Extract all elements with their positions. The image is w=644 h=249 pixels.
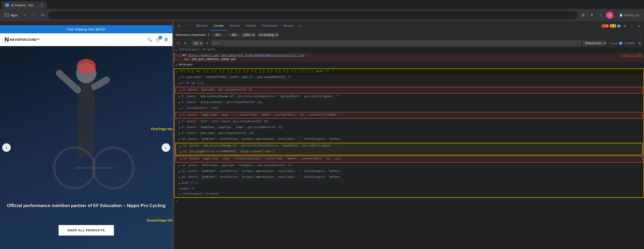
default-levels-select[interactable]: Default levels	[583, 41, 606, 46]
dimensions-dropdown-button[interactable]: ▼	[207, 33, 210, 36]
hidden-count: 8 hidden	[625, 42, 636, 45]
cta-button[interactable]: SHOP ALL PRODUCTS	[59, 225, 114, 236]
item-val-9: {event: 'gtm.load', gtm.uniqueEventId: 1…	[186, 131, 254, 135]
profile-button[interactable]: J	[606, 12, 613, 19]
item-key-1: 1:	[182, 81, 185, 85]
console-line-datalayer: ▶ dataLayer	[174, 62, 644, 68]
screen-cast-icon[interactable]: ⊞	[579, 12, 586, 19]
tab[interactable]: ⬡ (2) Projects - Acti... ×	[2, 1, 46, 9]
item-val-6: {event: 'page_view', page: '/', visitorT…	[188, 113, 342, 117]
item-expand-16[interactable]: ▶	[179, 176, 180, 180]
search-button[interactable]: 🔍	[147, 37, 152, 42]
back-button[interactable]: ←	[21, 12, 28, 19]
item-key-10: 10:	[182, 137, 186, 141]
console-item-14: ▶ 14: {event: 'OtherView', pageType: 'ca…	[174, 163, 644, 169]
inspect-element-button[interactable]: ⊡	[176, 23, 182, 29]
console-output[interactable]: ▶ [[Prototype]]: Array(0) ● ▶ GET https:…	[174, 47, 644, 249]
console-filter-input[interactable]	[211, 40, 581, 46]
item-expand-1[interactable]: ▶	[179, 82, 180, 86]
console-item-8: ▶ 8: {event: 'HomeView', pageType: 'home…	[174, 125, 644, 131]
second-page-view-label: Second Page View	[147, 218, 172, 222]
svg-line-3	[59, 73, 78, 90]
site-logo: N NEVERSECOND™	[4, 36, 40, 43]
address-bar[interactable]	[48, 11, 578, 19]
tab-elements[interactable]: Elements	[193, 21, 210, 31]
item-val-15: {event: 'gtmEvent', eventAction: 'produc…	[188, 169, 341, 173]
download-icon[interactable]: ⬇	[588, 12, 596, 19]
item-expand-2[interactable]: ▶	[180, 88, 182, 92]
tab-bar: ⬡ (2) Projects - Acti... ×	[0, 0, 644, 9]
info-badge: 1	[617, 24, 621, 28]
cart-button[interactable]: 🛒 0	[156, 37, 161, 42]
apps-button[interactable]: Apps	[3, 12, 20, 18]
zoom-select[interactable]: 100%	[241, 33, 255, 37]
bookmark-star-icon[interactable]: ☆	[597, 12, 604, 19]
error-file-link[interactable]: router.ts:456	[621, 54, 642, 58]
console-red-box-2: ▶ 6: {event: 'page_view', page: '/', vis…	[175, 112, 643, 119]
more-options-button[interactable]: ⋮	[639, 33, 642, 36]
item-expand-8[interactable]: ▶	[179, 126, 180, 130]
browser-chrome: ⬡ (2) Projects - Acti... × Apps ← → ↻ ⊞ …	[0, 0, 644, 21]
item-expand-0[interactable]: ▶	[179, 76, 180, 80]
drag-handle[interactable]	[172, 21, 174, 249]
tab-more-button[interactable]: >>	[296, 21, 304, 31]
item-val-2: {event: 'gtm.dom', gtm.uniqueEventId: 9}	[188, 88, 252, 92]
forward-button[interactable]: →	[30, 12, 38, 19]
item-expand-6[interactable]: ▶	[180, 114, 182, 118]
item-expand-13[interactable]: ▶	[180, 158, 182, 162]
console-item-9: ▶ 9: {event: 'gtm.load', gtm.uniqueEvent…	[174, 131, 644, 136]
item-expand-7[interactable]: ▶	[179, 120, 180, 124]
console-prompt-line[interactable]: ›	[174, 198, 644, 204]
item-expand-11[interactable]: ▶	[180, 144, 182, 148]
error-url-link[interactable]: https://never2.com/_next/data/y1dd_YCo6L…	[188, 54, 304, 57]
nav-right-actions: ⊞ ⬇ ☆ J 📋 Reading List	[579, 12, 641, 19]
height-input[interactable]	[228, 33, 239, 37]
item-val-4: {event: 'allow.cookies', gtm.uniqueEvent…	[186, 100, 262, 104]
tab-performance[interactable]: Performance	[259, 21, 280, 31]
width-input[interactable]	[212, 33, 223, 37]
push-expand[interactable]: ▶	[179, 182, 180, 186]
console-settings-button[interactable]: ⚙	[182, 40, 188, 46]
tab-sources[interactable]: Sources	[226, 21, 243, 31]
console-length: length: 17	[174, 186, 644, 192]
tab-memory[interactable]: Memory	[280, 21, 296, 31]
tab-console[interactable]: Console	[210, 21, 226, 31]
hero-next-button[interactable]: ›	[162, 143, 170, 152]
main-area: Free Shipping Over $49.00 N NEVERSECOND™…	[0, 21, 644, 249]
datalayer-expand[interactable]: ▶	[176, 63, 177, 68]
clear-console-button[interactable]: 🚫	[176, 40, 181, 46]
console-settings-gear[interactable]: ⚙	[637, 40, 642, 46]
tab-close-icon[interactable]: ×	[41, 3, 43, 7]
close-devtools-button[interactable]: ✕	[636, 23, 642, 29]
item-expand-9[interactable]: ▶	[179, 132, 180, 136]
proto-expand[interactable]: ▶	[179, 192, 180, 196]
item-expand-14[interactable]: ▶	[179, 164, 180, 168]
device-toolbar-button[interactable]: 📱	[183, 23, 189, 29]
console-line-error: ● ▶ GET https://never2.com/_next/data/y1…	[174, 53, 644, 62]
tab-network[interactable]: Network	[243, 21, 259, 31]
array-expand[interactable]: ▶	[175, 72, 179, 73]
throttle-select[interactable]: No throttling	[257, 33, 279, 37]
settings-icon[interactable]: ⚙	[622, 23, 628, 29]
reload-button[interactable]: ↻	[39, 12, 46, 19]
item-expand-5[interactable]: ▶	[179, 107, 180, 111]
item-key-3: 3:	[182, 94, 185, 98]
item-expand-15[interactable]: ▶	[179, 170, 180, 174]
console-item-3: ▶ 3: {event: 'gtm.historyChange-v2', gtm…	[174, 94, 644, 100]
eye-button[interactable]: 👁	[204, 40, 210, 46]
expand-arrow[interactable]: ▶	[176, 48, 177, 52]
item-expand-12[interactable]: ▶	[180, 150, 182, 154]
nav-icons: 🔍 🛒 0 ☰	[147, 37, 168, 42]
menu-button[interactable]: ☰	[164, 37, 168, 42]
reading-list-button[interactable]: 📋 Reading List	[617, 13, 641, 18]
frame-context-select[interactable]: top	[192, 41, 203, 46]
more-options-icon[interactable]: ⋮	[629, 23, 635, 29]
item-key-8: 8:	[182, 126, 185, 130]
error-expand[interactable]: ▶	[179, 54, 181, 58]
item-expand-10[interactable]: ▶	[179, 138, 180, 142]
hero-prev-button[interactable]: ‹	[2, 143, 11, 152]
console-item-5: ▶ 5: {allowCookies: true}	[174, 106, 644, 112]
console-item-13: ▶ 13: {event: 'page_view', page: '/colle…	[176, 156, 642, 162]
item-expand-3[interactable]: ▶	[179, 95, 180, 99]
item-expand-4[interactable]: ▶	[179, 101, 180, 105]
